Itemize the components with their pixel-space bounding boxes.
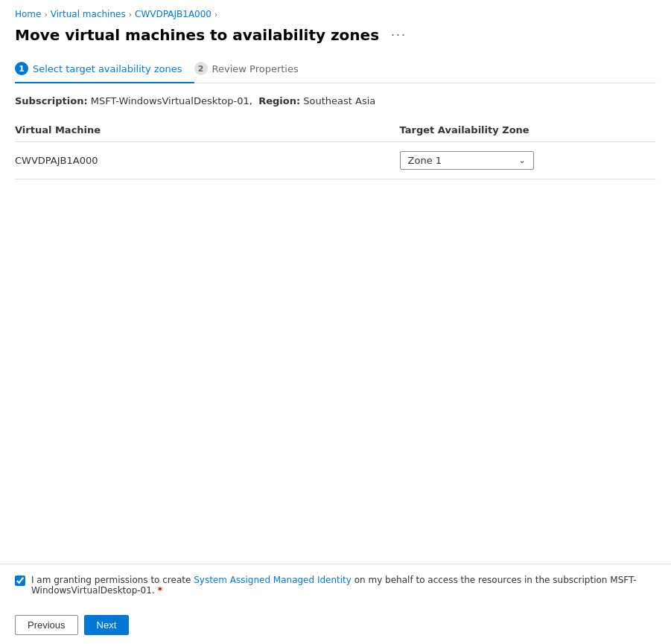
- breadcrumb-virtual-machines[interactable]: Virtual machines: [51, 9, 126, 19]
- more-options-button[interactable]: ···: [387, 25, 411, 44]
- step-2-badge: 2: [194, 62, 208, 75]
- breadcrumb-separator-2: ›: [129, 10, 132, 19]
- bottom-nav: Previous Next: [0, 606, 671, 644]
- consent-checkbox[interactable]: [15, 576, 25, 586]
- tab-review-properties[interactable]: 2 Review Properties: [194, 56, 311, 83]
- zone-cell: Zone 1 ⌄: [400, 142, 656, 179]
- consent-required-marker: *: [155, 585, 162, 596]
- subscription-info: Subscription: MSFT-WindowsVirtualDesktop…: [15, 95, 656, 106]
- page-title: Move virtual machines to availability zo…: [15, 26, 379, 44]
- vm-table: Virtual Machine Target Availability Zone…: [15, 118, 656, 179]
- breadcrumb-vm-name[interactable]: CWVDPAJB1A000: [135, 9, 212, 19]
- consent-text: I am granting permissions to create Syst…: [31, 575, 656, 596]
- zone-value: Zone 1: [408, 155, 442, 166]
- breadcrumb-separator-3: ›: [214, 10, 217, 19]
- breadcrumb: Home › Virtual machines › CWVDPAJB1A000 …: [15, 9, 656, 19]
- tab-select-zones[interactable]: 1 Select target availability zones: [15, 56, 194, 83]
- next-button[interactable]: Next: [84, 615, 130, 635]
- vm-name-cell: CWVDPAJB1A000: [15, 142, 400, 179]
- chevron-down-icon: ⌄: [518, 156, 525, 165]
- region-label: Region:: [258, 95, 300, 106]
- region-value: Southeast Asia: [303, 95, 375, 106]
- breadcrumb-home[interactable]: Home: [15, 9, 41, 19]
- breadcrumb-separator-1: ›: [44, 10, 47, 19]
- step-1-label: Select target availability zones: [33, 63, 182, 74]
- vm-column-header: Virtual Machine: [15, 118, 400, 142]
- table-row: CWVDPAJB1A000 Zone 1 ⌄: [15, 142, 656, 179]
- consent-text-before: I am granting permissions to create: [31, 575, 194, 585]
- subscription-value: MSFT-WindowsVirtualDesktop-01: [91, 95, 249, 106]
- steps-bar: 1 Select target availability zones 2 Rev…: [15, 56, 656, 83]
- managed-identity-link[interactable]: System Assigned Managed Identity: [194, 575, 352, 585]
- zone-dropdown[interactable]: Zone 1 ⌄: [400, 151, 534, 170]
- consent-bar: I am granting permissions to create Syst…: [0, 564, 671, 606]
- step-1-badge: 1: [15, 62, 28, 75]
- previous-button[interactable]: Previous: [15, 615, 78, 635]
- step-2-label: Review Properties: [212, 63, 299, 74]
- zone-column-header: Target Availability Zone: [400, 118, 656, 142]
- subscription-label: Subscription:: [15, 95, 88, 106]
